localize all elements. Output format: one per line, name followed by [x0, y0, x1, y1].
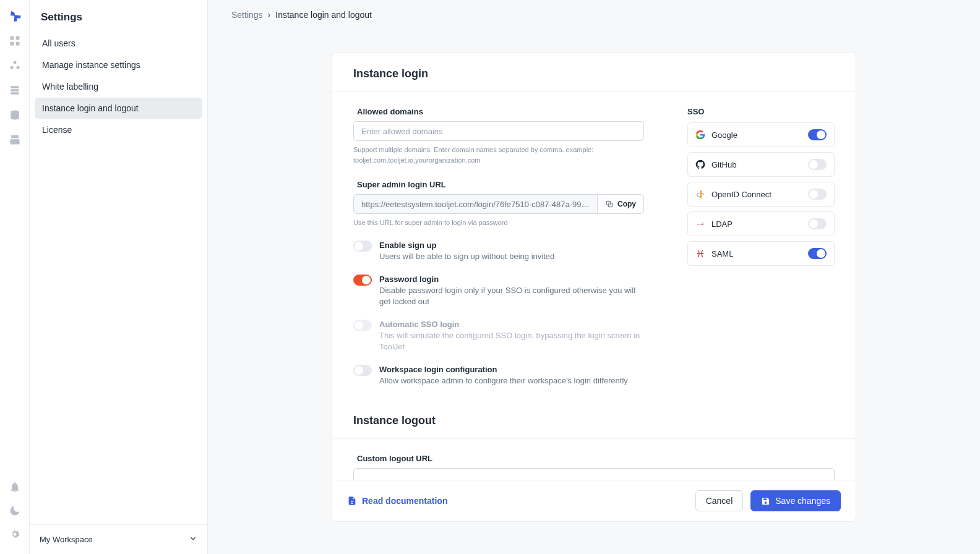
ldap-sso-toggle[interactable]	[808, 218, 827, 229]
super-admin-url-label: Super admin login URL	[357, 180, 644, 189]
settings-panel: Instance login Allowed domains Support m…	[332, 52, 856, 522]
notification-icon[interactable]	[9, 481, 21, 493]
doc-link-label: Read documentation	[362, 496, 447, 506]
openid-icon	[695, 189, 705, 199]
database-icon[interactable]	[9, 84, 21, 96]
github-icon	[695, 160, 705, 169]
saml-icon	[695, 249, 705, 258]
sidebar-item-instance-login-logout[interactable]: Instance login and logout	[35, 98, 202, 119]
workspace-icon[interactable]	[9, 59, 21, 72]
password-login-desc: Disable password login only if your SSO …	[379, 285, 644, 307]
github-sso-toggle[interactable]	[808, 159, 827, 170]
allowed-domains-input[interactable]	[353, 121, 644, 141]
marketplace-icon[interactable]	[9, 134, 21, 146]
svg-rect-11	[11, 135, 19, 138]
sidebar-item-all-users[interactable]: All users	[35, 33, 202, 54]
settings-gear-icon[interactable]	[9, 528, 21, 540]
svg-rect-1	[15, 36, 19, 40]
panel-footer: Read documentation Cancel Save changes	[332, 480, 856, 521]
svg-rect-0	[10, 36, 14, 40]
main-area: Settings › Instance login and logout Ins…	[208, 0, 980, 554]
sso-label: SAML	[711, 249, 802, 258]
openid-sso-toggle[interactable]	[808, 189, 827, 200]
automatic-sso-title: Automatic SSO login	[379, 320, 644, 329]
datasource-icon[interactable]	[9, 109, 21, 121]
icon-rail	[0, 0, 30, 554]
sidebar-item-white-labelling[interactable]: White labelling	[35, 76, 202, 97]
settings-sidebar: Settings All users Manage instance setti…	[30, 0, 208, 554]
sso-label: OpenID Connect	[711, 190, 802, 199]
enable-signup-title: Enable sign up	[379, 241, 644, 250]
super-admin-url-helper: Use this URL for super admin to login vi…	[353, 218, 644, 228]
chevron-down-icon	[189, 534, 197, 545]
workspace-login-config-desc: Allow workspace admin to configure their…	[379, 375, 644, 386]
copy-icon	[605, 200, 614, 208]
copy-button-label: Copy	[617, 200, 636, 208]
automatic-sso-toggle	[353, 320, 372, 331]
sso-title: SSO	[687, 107, 835, 116]
password-login-title: Password login	[379, 275, 644, 284]
instance-login-title: Instance login	[332, 53, 856, 92]
save-changes-button[interactable]: Save changes	[750, 490, 841, 511]
sso-item-saml[interactable]: SAML	[687, 241, 835, 266]
sso-item-openid[interactable]: OpenID Connect	[687, 182, 835, 207]
sso-label: GitHub	[711, 160, 802, 169]
password-login-toggle[interactable]	[353, 275, 372, 286]
sso-item-google[interactable]: Google	[687, 122, 835, 147]
breadcrumb-separator-icon: ›	[268, 10, 271, 20]
enable-signup-desc: Users will be able to sign up without be…	[379, 251, 644, 262]
svg-rect-12	[10, 139, 19, 144]
custom-logout-url-label: Custom logout URL	[357, 454, 835, 463]
brand-icon[interactable]	[8, 9, 22, 22]
saml-sso-toggle[interactable]	[808, 248, 827, 259]
ldap-icon	[695, 219, 705, 229]
sso-label: Google	[711, 130, 802, 140]
custom-logout-url-input[interactable]	[353, 468, 835, 480]
breadcrumb-root[interactable]: Settings	[231, 10, 263, 20]
svg-rect-8	[11, 89, 19, 91]
copy-button[interactable]: Copy	[598, 194, 644, 214]
svg-rect-9	[11, 92, 19, 94]
document-icon	[347, 496, 357, 506]
breadcrumb: Settings › Instance login and logout	[208, 0, 980, 30]
svg-rect-3	[15, 42, 19, 46]
sso-item-github[interactable]: GitHub	[687, 152, 835, 177]
svg-point-4	[13, 61, 16, 64]
workspace-switcher[interactable]: My Workspace	[30, 524, 207, 554]
sidebar-title: Settings	[30, 0, 207, 32]
save-icon	[761, 496, 770, 506]
read-documentation-link[interactable]: Read documentation	[347, 496, 447, 506]
workspace-name: My Workspace	[40, 535, 93, 544]
sidebar-item-license[interactable]: License	[35, 119, 202, 140]
apps-icon[interactable]	[9, 35, 21, 47]
breadcrumb-current: Instance login and logout	[275, 10, 372, 20]
sso-label: LDAP	[711, 219, 802, 229]
allowed-domains-label: Allowed domains	[357, 107, 644, 116]
workspace-login-config-title: Workspace login configuration	[379, 365, 644, 374]
sso-item-ldap[interactable]: LDAP	[687, 211, 835, 236]
google-sso-toggle[interactable]	[808, 129, 827, 140]
instance-logout-title: Instance logout	[332, 399, 856, 439]
svg-rect-7	[11, 86, 19, 88]
workspace-login-config-toggle[interactable]	[353, 365, 372, 376]
automatic-sso-desc: This will simulate the configured SSO lo…	[379, 330, 644, 352]
svg-rect-2	[10, 42, 14, 46]
svg-point-5	[10, 66, 13, 69]
dark-mode-icon[interactable]	[9, 505, 21, 517]
super-admin-url-input[interactable]	[353, 194, 598, 214]
enable-signup-toggle[interactable]	[353, 241, 372, 252]
google-icon	[695, 130, 705, 140]
cancel-button[interactable]: Cancel	[695, 490, 744, 511]
svg-point-6	[16, 66, 19, 69]
allowed-domains-helper: Support multiple domains. Enter domain n…	[353, 145, 644, 165]
sidebar-item-manage-instance-settings[interactable]: Manage instance settings	[35, 54, 202, 75]
